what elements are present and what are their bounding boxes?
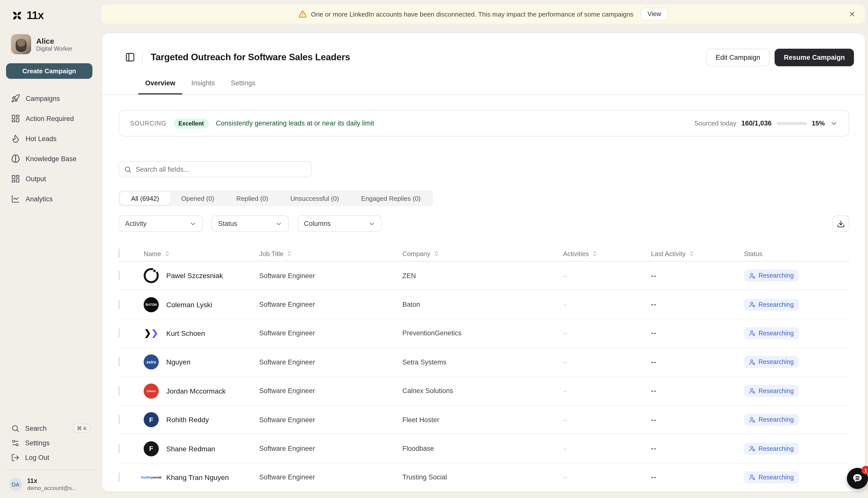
create-campaign-button[interactable]: Create Campaign — [6, 63, 92, 79]
sourcing-description: Consistently generating leads at or near… — [216, 119, 374, 127]
lead-activities: – — [563, 474, 651, 481]
row-checkbox[interactable] — [118, 472, 119, 482]
row-checkbox[interactable] — [118, 328, 119, 338]
sidebar-item-search[interactable]: Search ⌘ K — [6, 421, 95, 436]
sidebar-item-hot-leads[interactable]: Hot Leads — [6, 132, 95, 145]
row-checkbox[interactable] — [118, 300, 119, 309]
chevron-down-icon[interactable] — [830, 119, 838, 127]
sidebar-item-action-required[interactable]: Action Required — [6, 112, 95, 125]
filter-tab-opened[interactable]: Opened (0) — [170, 192, 225, 205]
sidebar-item-logout[interactable]: Log Out — [6, 450, 95, 465]
row-checkbox[interactable] — [118, 415, 119, 424]
shortcut-badge: ⌘ K — [73, 424, 90, 433]
tab-insights[interactable]: Insights — [184, 73, 222, 94]
sidebar-item-label: Campaigns — [26, 95, 60, 102]
row-checkbox[interactable] — [118, 386, 119, 396]
status-badge[interactable]: Researching — [744, 270, 799, 281]
search-input[interactable] — [135, 166, 306, 173]
sidebar-item-settings[interactable]: Settings — [6, 436, 95, 450]
export-button[interactable] — [832, 215, 850, 232]
filter-tab-engaged-replies[interactable]: Engaged Replies (0) — [350, 192, 432, 205]
sidebar-item-label: Output — [26, 175, 46, 183]
app-logo: 11x — [6, 9, 95, 22]
row-checkbox[interactable] — [118, 357, 119, 367]
account-switcher[interactable]: DA 11x demo_account@s... — [6, 477, 95, 491]
lead-name: Kurt Schoen — [166, 329, 205, 337]
chat-widget-button[interactable]: 1 — [847, 468, 868, 489]
status-badge[interactable]: Researching — [744, 327, 799, 339]
status-badge[interactable]: Researching — [744, 471, 799, 483]
status-badge[interactable]: Researching — [744, 443, 799, 455]
lead-last-activity: -- — [651, 358, 744, 366]
sourcing-status-bar[interactable]: SOURCING Excellent Consistently generati… — [118, 110, 850, 136]
banner-view-button[interactable]: View — [640, 8, 668, 21]
lead-activities: – — [563, 387, 651, 395]
close-icon[interactable] — [848, 10, 856, 18]
table-row[interactable]: Calnex Jordan Mccormack Software Enginee… — [118, 377, 850, 406]
table-row[interactable]: BATON Coleman Lyski Software Engineer Ba… — [118, 290, 850, 319]
column-header-last-activity[interactable]: Last Activity — [651, 250, 744, 257]
filter-tab-all[interactable]: All (6942) — [120, 192, 170, 205]
table-row[interactable]: trustingsocial Khang Tran Nguyen Softwar… — [118, 463, 850, 492]
lead-name: Coleman Lyski — [166, 300, 212, 309]
account-email: demo_account@s... — [27, 485, 76, 491]
pinwheel-logo-icon — [11, 10, 23, 22]
lead-activities: – — [563, 330, 651, 337]
column-header-job-title[interactable]: Job Title — [259, 250, 402, 257]
column-header-activities[interactable]: Activities — [563, 250, 651, 257]
chevron-down-icon — [368, 220, 375, 227]
lead-company: PreventionGenetics — [402, 330, 563, 337]
dashboard-icon — [11, 114, 20, 123]
table-row[interactable]: ❯❯ Kurt Schoen Software Engineer Prevent… — [118, 319, 850, 348]
column-header-company[interactable]: Company — [402, 250, 563, 257]
activity-dropdown[interactable]: Activity — [118, 215, 203, 232]
lead-activities: – — [563, 445, 651, 452]
dropdown-label: Columns — [304, 220, 331, 227]
status-label: Researching — [759, 359, 794, 366]
tab-overview[interactable]: Overview — [138, 73, 182, 94]
lead-activities: – — [563, 272, 651, 279]
select-all-checkbox[interactable] — [118, 249, 119, 258]
column-header-name[interactable]: Name — [144, 250, 259, 257]
company-logo-avatar — [144, 268, 159, 283]
columns-dropdown[interactable]: Columns — [297, 215, 382, 232]
panel-toggle-icon[interactable] — [125, 52, 135, 62]
sidebar-item-campaigns[interactable]: Campaigns — [6, 92, 95, 105]
table-row[interactable]: F Shane Redman Software Engineer Floodba… — [118, 434, 850, 463]
filter-tab-unsuccessful[interactable]: Unsuccessful (0) — [279, 192, 350, 205]
status-badge[interactable]: Researching — [744, 299, 799, 311]
sidebar-item-knowledge-base[interactable]: Knowledge Base — [6, 152, 95, 165]
chat-bubble-icon — [852, 472, 864, 484]
search-icon — [11, 424, 20, 432]
status-label: Researching — [759, 301, 794, 308]
sourcing-progress-bar — [777, 122, 807, 125]
banner-message: One or more LinkedIn accounts have been … — [311, 10, 633, 18]
lead-name: Shane Redman — [166, 445, 215, 453]
table-row[interactable]: F Rohith Reddy Software Engineer Fleet H… — [118, 406, 850, 434]
sidebar-item-output[interactable]: Output — [6, 172, 95, 185]
status-filter-tabs: All (6942) Opened (0) Replied (0) Unsucc… — [118, 190, 433, 206]
lead-company: Floodbase — [402, 445, 563, 452]
digital-worker-card[interactable]: Alice Digital Worker — [6, 34, 95, 54]
edit-campaign-button[interactable]: Edit Campaign — [706, 49, 770, 66]
table-row[interactable]: Pawel Szczesniak Software Engineer ZEN –… — [118, 262, 850, 290]
sidebar-item-label: Search — [25, 424, 47, 432]
filter-tab-replied[interactable]: Replied (0) — [225, 192, 279, 205]
status-badge[interactable]: Researching — [744, 356, 799, 368]
sidebar-item-label: Analytics — [26, 195, 53, 202]
row-checkbox[interactable] — [118, 444, 119, 453]
row-checkbox[interactable] — [118, 271, 119, 280]
divider — [142, 52, 143, 63]
company-logo-avatar: setra — [144, 355, 159, 370]
warning-banner: One or more LinkedIn accounts have been … — [102, 4, 865, 24]
resume-campaign-button[interactable]: Resume Campaign — [775, 49, 854, 66]
status-badge[interactable]: Researching — [744, 385, 799, 397]
worker-name: Alice — [36, 37, 72, 45]
user-search-icon — [749, 272, 755, 279]
sidebar-nav: Campaigns Action Required Hot Leads Know… — [6, 92, 95, 205]
status-dropdown[interactable]: Status — [211, 215, 289, 232]
tab-settings[interactable]: Settings — [224, 73, 262, 94]
table-row[interactable]: setra Nguyen Software Engineer Setra Sys… — [118, 348, 850, 377]
status-badge[interactable]: Researching — [744, 414, 799, 426]
sidebar-item-analytics[interactable]: Analytics — [6, 192, 95, 205]
